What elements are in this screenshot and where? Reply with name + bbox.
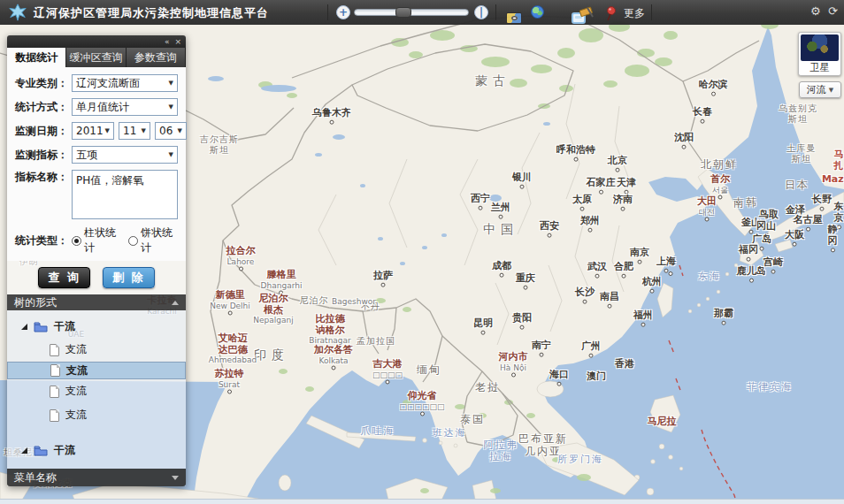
header-divider [495, 4, 496, 20]
collapse-down-icon [172, 476, 179, 480]
tree-child-node[interactable]: 支流 [7, 403, 186, 427]
collapse-up-icon [172, 301, 179, 305]
bar-chart-radio[interactable] [72, 236, 81, 246]
pie-chart-radio-label[interactable]: 饼状统计 [141, 225, 178, 256]
zoom-full-extent-button[interactable]: | [474, 5, 488, 19]
app-window: 乌鲁木齐哈尔滨长春沈阳呼和浩特北京天津石家庄太原济南郑州银川西宁兰州西安拉萨成都… [0, 0, 844, 504]
zoom-slider-track[interactable] [354, 9, 469, 16]
chevron-down-icon: ▼ [142, 127, 146, 134]
month-select[interactable]: 11 ▼ [119, 122, 150, 140]
app-title: 辽河保护区管理局水污染控制地理信息平台 [34, 5, 269, 21]
chevron-down-icon: ▼ [829, 87, 833, 94]
overview-map-icon[interactable] [506, 12, 522, 24]
tree-node-label: 支流 [65, 408, 87, 423]
tab-0[interactable]: 数据统计 [7, 48, 66, 67]
tree-section-header[interactable]: 树的形式 [7, 294, 186, 310]
stat-method-label: 统计方式： [15, 100, 72, 115]
rivers-label: 河流 [807, 83, 826, 96]
panel-titlebar: « × [7, 35, 186, 48]
tree-expand-icon[interactable] [21, 447, 27, 454]
document-icon [50, 344, 59, 356]
stat-method-value: 单月值统计 [76, 100, 129, 115]
panel-collapse-icon[interactable]: « [165, 37, 170, 46]
day-value: 06 [159, 125, 173, 137]
year-select[interactable]: 2011 ▼ [72, 122, 114, 140]
satellite-thumbnail [801, 34, 839, 61]
bar-chart-radio-label[interactable]: 柱状统计 [84, 225, 121, 256]
panel-close-icon[interactable]: × [174, 37, 181, 46]
top-header-bar: 辽河保护区管理局水污染控制地理信息平台 + | 更多 ⚙ ⟳ [0, 0, 844, 25]
tree-root-node[interactable]: 干流 [7, 438, 186, 462]
pushpin-icon[interactable] [603, 5, 618, 21]
document-icon [50, 386, 59, 398]
indicator-value: 五项 [76, 148, 97, 163]
chevron-down-icon: ▼ [105, 127, 110, 134]
app-logo-splash-icon [7, 3, 28, 22]
tree-expand-icon[interactable] [21, 324, 27, 330]
category-value: 辽河支流断面 [76, 76, 140, 91]
tree-node-label: 支流 [65, 384, 87, 399]
document-icon [50, 364, 60, 377]
year-value: 2011 [76, 125, 104, 137]
tree-child-node[interactable]: 支流 [7, 362, 186, 379]
tree-child-node[interactable]: 支流 [7, 338, 186, 362]
category-label: 专业类别： [15, 76, 72, 91]
zoom-in-button[interactable]: + [336, 5, 350, 19]
category-select[interactable]: 辽河支流断面 ▼ [72, 74, 178, 92]
indicator-name-label: 指标名称： [15, 170, 72, 185]
stat-method-select[interactable]: 单月值统计 ▼ [72, 98, 178, 116]
tree-node-label: 支流 [66, 363, 88, 378]
more-menu-button[interactable]: 更多 [624, 6, 645, 21]
satellite-label: 卫星 [801, 61, 839, 75]
indicator-label: 监测指标： [15, 148, 72, 163]
menu-section-title: 菜单名称 [14, 470, 57, 485]
gear-icon[interactable]: ⚙ [810, 4, 821, 18]
header-divider [327, 4, 328, 20]
tab-2[interactable]: 参数查询 [127, 48, 186, 67]
chevron-down-icon: ▼ [178, 127, 182, 134]
tree-node-label: 干流 [54, 319, 75, 334]
menu-section-header[interactable]: 菜单名称 [7, 469, 186, 486]
date-label: 监测日期： [15, 124, 72, 139]
pie-chart-radio[interactable] [128, 236, 138, 246]
zoom-slider-handle[interactable] [395, 7, 411, 18]
day-select[interactable]: 06 ▼ [155, 122, 187, 140]
query-form: 专业类别： 辽河支流断面 ▼ 统计方式： 单月值统计 ▼ 监测日期： 2011 … [7, 67, 186, 261]
tab-1[interactable]: 缓冲区查询 [66, 48, 126, 67]
delete-button[interactable]: 删 除 [103, 267, 155, 288]
left-panel: « × 数据统计缓冲区查询参数查询 专业类别： 辽河支流断面 ▼ 统计方式： 单… [7, 35, 186, 486]
query-button[interactable]: 查 询 [38, 267, 90, 288]
header-divider [651, 4, 652, 20]
chevron-down-icon: ▼ [169, 151, 173, 158]
indicator-select[interactable]: 五项 ▼ [72, 146, 178, 164]
rivers-layer-dropdown[interactable]: 河流 ▼ [799, 81, 841, 98]
bottom-status-strip [0, 499, 844, 504]
refresh-icon[interactable]: ⟳ [828, 4, 838, 18]
stat-type-label: 统计类型： [15, 233, 72, 248]
chevron-down-icon: ▼ [169, 103, 173, 111]
form-button-row: 查 询 删 除 [7, 261, 186, 294]
tree-node-label: 干流 [54, 443, 75, 458]
chevron-down-icon: ▼ [169, 80, 173, 87]
tree-section-title: 树的形式 [14, 295, 57, 310]
tree-list: 干流支流支流支流支流干流 [7, 310, 186, 469]
satellite-view-button[interactable]: 卫星 [798, 32, 841, 76]
sidebar-tabs: 数据统计缓冲区查询参数查询 [7, 48, 186, 67]
tree-node-label: 支流 [65, 342, 87, 357]
tree-root-node[interactable]: 干流 [7, 314, 186, 338]
document-icon [50, 409, 59, 422]
measure-tool-icon[interactable] [579, 5, 595, 19]
globe-icon[interactable] [531, 5, 544, 19]
indicator-name-textarea[interactable]: PH值，溶解氧 [72, 170, 178, 219]
month-value: 11 [123, 125, 136, 137]
tree-child-node[interactable]: 支流 [7, 379, 186, 403]
